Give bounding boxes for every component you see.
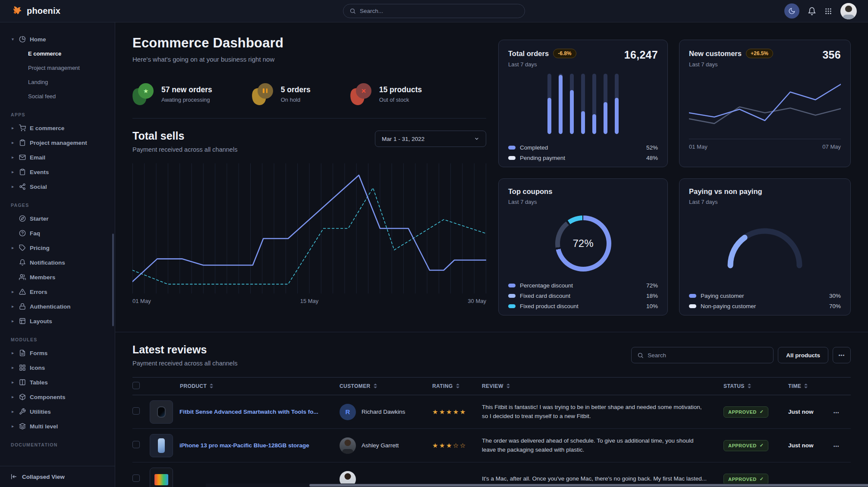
order-bar: [547, 74, 551, 134]
legend-row-percentage-discount: Percentage discount72%: [508, 282, 658, 289]
sidebar-item-events[interactable]: ▸Events: [8, 165, 110, 179]
column-header-time[interactable]: TIME: [788, 383, 833, 389]
legend-row-fixed-product-discount: Fixed product discount10%: [508, 303, 658, 309]
column-header-review[interactable]: REVIEW: [482, 383, 723, 389]
sidebar-item-forms[interactable]: ▸Forms: [8, 346, 110, 360]
sidebar-item-label: Icons: [30, 365, 45, 371]
column-header-status[interactable]: STATUS: [723, 383, 788, 389]
top-coupons-card: Top coupons Last 7 days 72% Percentage d…: [498, 178, 668, 315]
reviews-table-header: PRODUCTCUSTOMERRATINGREVIEWSTATUSTIME: [132, 377, 851, 395]
compass-icon: [19, 215, 26, 222]
orders-bar-chart: [508, 74, 658, 134]
product-link[interactable]: Fitbit Sense Advanced Smartwatch with To…: [179, 409, 318, 415]
sidebar-item-utilities[interactable]: ▸Utilities: [8, 404, 110, 419]
sidebar-item-label: Components: [30, 394, 66, 400]
status-badge: APPROVED ✓: [723, 474, 768, 485]
sort-icon: [456, 384, 459, 388]
sidebar-item-tables[interactable]: ▸Tables: [8, 375, 110, 390]
status-badge: APPROVED ✓: [723, 440, 768, 451]
reviews-more-button[interactable]: •••: [833, 347, 851, 363]
sidebar-item-landing[interactable]: Landing: [28, 75, 110, 89]
sidebar-item-label: Multi level: [30, 423, 58, 430]
select-all-checkbox[interactable]: [132, 382, 140, 389]
sidebar-item-layouts[interactable]: ▸Layouts: [8, 314, 110, 328]
sidebar-item-social-feed[interactable]: Social feed: [28, 89, 110, 103]
all-products-filter-button[interactable]: All products: [778, 347, 828, 363]
reviews-controls: All products •••: [631, 347, 851, 363]
sidebar-item-notifications[interactable]: Notifications: [8, 255, 110, 270]
sidebar-item-social[interactable]: ▸Social: [8, 179, 110, 194]
sidebar-item-starter[interactable]: Starter: [8, 211, 110, 226]
sidebar-item-label: Faq: [30, 230, 40, 237]
total-orders-card: Total orders -6.8% Last 7 days 16,247 Co…: [498, 40, 668, 167]
sidebar: ▾HomeE commerceProject managementLanding…: [0, 22, 115, 487]
legend-swatch: [689, 294, 696, 298]
row-checkbox[interactable]: [132, 475, 140, 482]
global-search-input[interactable]: [360, 8, 519, 14]
date-range-select[interactable]: Mar 1 - 31, 2022: [375, 131, 486, 147]
sidebar-item-components[interactable]: ▸Components: [8, 390, 110, 404]
row-menu-button[interactable]: •••: [833, 410, 840, 415]
sidebar-section-label-documentation: DOCUMENTATION: [11, 442, 110, 447]
chevron-right-icon: ▸: [10, 126, 15, 130]
sidebar-item-authentication[interactable]: ▸Authentication: [8, 299, 110, 314]
row-menu-button[interactable]: •••: [833, 444, 840, 449]
sidebar-item-e-commerce[interactable]: E commerce: [28, 47, 110, 61]
reviews-table: PRODUCTCUSTOMERRATINGREVIEWSTATUSTIME Fi…: [132, 377, 851, 487]
horizontal-scrollbar-thumb[interactable]: [309, 484, 868, 487]
reviews-search-input[interactable]: [648, 352, 767, 359]
sidebar-item-icons[interactable]: ▸Icons: [8, 360, 110, 375]
column-header-customer[interactable]: CUSTOMER: [340, 383, 432, 389]
apps-menu-button[interactable]: [824, 7, 832, 15]
sidebar-item-errors[interactable]: ▸Errors: [8, 284, 110, 299]
card-period: Last 7 days: [689, 199, 762, 205]
brand-logo[interactable]: phoenix: [11, 5, 60, 17]
sidebar-item-pricing[interactable]: ▸Pricing: [8, 240, 110, 255]
sidebar-item-project-management[interactable]: Project management: [28, 61, 110, 75]
stat-value: 15 products: [379, 85, 422, 94]
dashboard-top: Ecommerce Dashboard Here's what's going …: [115, 22, 868, 332]
collapse-label: Collapsed View: [22, 474, 65, 480]
review-text: The order was delivered ahead of schedul…: [482, 437, 723, 455]
row-checkbox[interactable]: [132, 441, 140, 448]
stat-blob-icon: ✕: [350, 83, 373, 105]
legend-value: 48%: [646, 155, 658, 161]
theme-toggle-button[interactable]: [784, 3, 799, 19]
sidebar-item-members[interactable]: Members: [8, 270, 110, 284]
rating-stars: ★★★☆☆: [432, 442, 467, 449]
legend-row-completed: Completed52%: [508, 144, 658, 151]
collapse-sidebar-button[interactable]: Collapsed View: [0, 466, 115, 487]
sidebar-item-home[interactable]: ▾Home: [8, 32, 110, 47]
pie-chart-icon: [19, 36, 26, 43]
user-avatar[interactable]: [840, 3, 857, 19]
sidebar-item-faq[interactable]: Faq: [8, 226, 110, 240]
page-title: Ecommerce Dashboard: [132, 35, 486, 51]
sidebar-item-label: Starter: [30, 215, 49, 222]
clipboard-icon: [19, 169, 26, 175]
sort-icon: [374, 384, 377, 388]
sidebar-item-e-commerce[interactable]: ▸E commerce: [8, 121, 110, 135]
help-circle-icon: [19, 230, 26, 237]
search-icon: [349, 8, 356, 14]
notifications-button[interactable]: [808, 7, 816, 16]
customer-avatar: [340, 437, 356, 454]
column-header-rating[interactable]: RATING: [432, 383, 482, 389]
row-checkbox[interactable]: [132, 407, 140, 415]
stat-sub: Awating processing: [161, 97, 212, 103]
sidebar-item-project-management[interactable]: ▸Project management: [8, 135, 110, 150]
legend-label: Paying customer: [701, 293, 744, 299]
column-header-product[interactable]: PRODUCT: [150, 383, 340, 389]
users-icon: [19, 274, 26, 281]
product-link[interactable]: iPhone 13 pro max-Pacific Blue-128GB sto…: [179, 442, 309, 449]
paying-card: Paying vs non paying Last 7 days Paying …: [679, 178, 851, 315]
product-image-macbook: [150, 468, 173, 487]
sidebar-item-label: Social: [30, 184, 47, 190]
sidebar-item-email[interactable]: ▸Email: [8, 150, 110, 165]
sidebar-scrollbar[interactable]: [112, 234, 114, 326]
stat-value: 57 new orders: [161, 85, 212, 94]
product-image-smartwatch: [150, 400, 173, 424]
search-icon: [637, 352, 644, 359]
sidebar-item-multi-level[interactable]: ▸Multi level: [8, 419, 110, 434]
share-icon: [19, 183, 26, 190]
new-customers-x-labels: 01 May07 May: [689, 144, 841, 150]
